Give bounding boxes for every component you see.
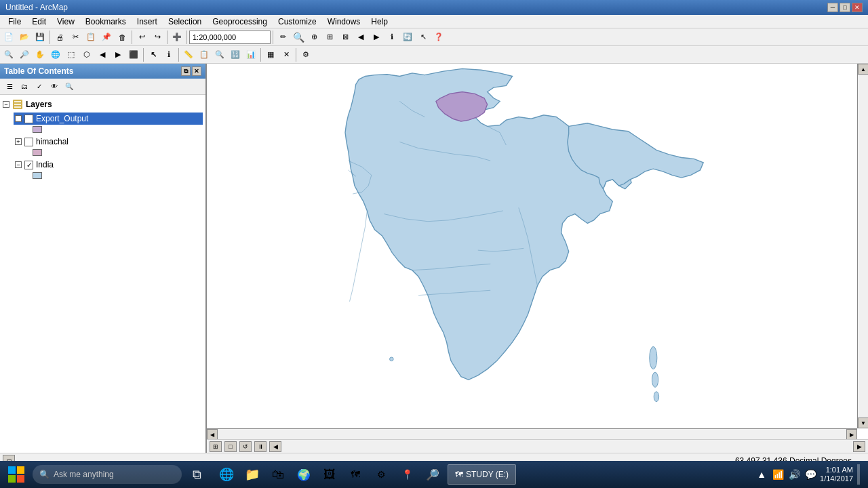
add-data-button[interactable]: ➕ xyxy=(170,30,184,45)
find-btn[interactable]: 🔍 xyxy=(212,47,227,62)
draw-forward[interactable]: ▶ xyxy=(111,47,125,62)
india-checkbox[interactable] xyxy=(24,161,33,169)
layer-himachal-row[interactable]: + himachal xyxy=(14,136,203,148)
scroll-h-track[interactable] xyxy=(218,429,846,439)
map-area[interactable]: ▲ ▼ ◀ ▶ xyxy=(207,64,868,439)
menu-view[interactable]: View xyxy=(52,15,80,28)
menu-edit[interactable]: Edit xyxy=(26,15,52,28)
toc-visibility-view[interactable]: 👁 xyxy=(47,81,61,93)
toc-source-view[interactable]: 🗂 xyxy=(18,81,31,93)
menu-insert[interactable]: Insert xyxy=(132,15,163,28)
field-calc-btn[interactable]: 🔢 xyxy=(228,47,243,62)
cut-button[interactable]: ✂ xyxy=(68,30,83,45)
map-scrollbar-vertical[interactable]: ▲ ▼ xyxy=(857,64,868,428)
layer-export-output-row[interactable]: − Export_Output xyxy=(14,113,203,125)
undo-button[interactable]: ↩ xyxy=(134,30,149,45)
measure-btn[interactable]: 📏 xyxy=(181,47,196,62)
settings-icon[interactable]: ⚙ xyxy=(369,462,393,487)
results-btn[interactable]: 📊 xyxy=(243,47,258,62)
scroll-down-btn[interactable]: ▼ xyxy=(858,418,868,428)
open-button[interactable]: 📂 xyxy=(17,30,32,45)
maps-icon[interactable]: 📍 xyxy=(395,462,419,487)
refresh-btn[interactable]: 🔄 xyxy=(400,30,415,45)
layer-india-row[interactable]: − India xyxy=(14,159,203,171)
himachal-checkbox[interactable] xyxy=(24,138,33,146)
layer-props-btn[interactable]: ⚙ xyxy=(298,47,313,62)
draw-zoom-in[interactable]: 🔍 xyxy=(1,47,16,62)
draw-info[interactable]: ℹ xyxy=(161,47,176,62)
taskbar-datetime[interactable]: 1:01 AM 1/14/2017 xyxy=(820,466,853,483)
select-features-btn[interactable]: ▦ xyxy=(263,47,278,62)
toc-close-btn[interactable]: ✕ xyxy=(192,66,201,76)
draw-globe[interactable]: 🌐 xyxy=(48,47,63,62)
search-app-icon[interactable]: 🔎 xyxy=(420,462,445,487)
network-icon[interactable]: 📶 xyxy=(771,468,785,481)
menu-customize[interactable]: Customize xyxy=(273,15,322,28)
toc-search-view[interactable]: 🔍 xyxy=(62,81,76,93)
scroll-right-btn[interactable]: ▶ xyxy=(846,429,857,439)
clear-select-btn[interactable]: ✕ xyxy=(279,47,294,62)
photos-icon[interactable]: 🖼 xyxy=(317,462,342,487)
redo-button[interactable]: ↪ xyxy=(150,30,165,45)
toc-select-view[interactable]: ✓ xyxy=(33,81,46,93)
edge-icon[interactable]: 🌐 xyxy=(214,462,239,487)
export-output-checkbox[interactable] xyxy=(24,115,33,123)
map-btn-3[interactable]: ↺ xyxy=(239,441,252,452)
editor-button[interactable]: ✏ xyxy=(275,30,290,45)
draw-back[interactable]: ◀ xyxy=(95,47,110,62)
notification-icon[interactable]: 💬 xyxy=(804,468,817,481)
menu-file[interactable]: File xyxy=(3,15,26,28)
volume-icon[interactable]: 🔊 xyxy=(787,468,801,481)
arcmap-taskbar-item[interactable]: 🗺 STUDY (E:) xyxy=(448,464,516,485)
arcgis-icon[interactable]: 🗺 xyxy=(343,462,368,487)
map-btn-2[interactable]: □ xyxy=(224,441,237,452)
zoom-layer-btn[interactable]: ⊞ xyxy=(322,30,337,45)
chrome-icon[interactable]: 🌍 xyxy=(292,462,316,487)
menu-selection[interactable]: Selection xyxy=(163,15,207,28)
map-scrollbar-horizontal[interactable]: ◀ ▶ xyxy=(207,428,857,439)
toc-list-view[interactable]: ☰ xyxy=(3,81,16,93)
maximize-button[interactable]: □ xyxy=(840,3,850,12)
zoom-back-btn[interactable]: ◀ xyxy=(353,30,368,45)
zoom-full-btn[interactable]: ⊕ xyxy=(307,30,321,45)
map-btn-1[interactable]: ⊞ xyxy=(210,441,222,452)
paste-button[interactable]: 📌 xyxy=(99,30,114,45)
file-explorer-icon[interactable]: 📁 xyxy=(240,462,264,487)
start-button[interactable] xyxy=(3,462,30,487)
show-desktop-btn[interactable] xyxy=(857,464,860,485)
export-expand-btn[interactable]: − xyxy=(15,115,22,122)
india-map-svg[interactable] xyxy=(207,64,868,439)
new-button[interactable]: 📄 xyxy=(1,30,16,45)
menu-geoprocessing[interactable]: Geoprocessing xyxy=(207,15,273,28)
save-button[interactable]: 💾 xyxy=(33,30,47,45)
copy-button[interactable]: 📋 xyxy=(83,30,98,45)
draw-pan[interactable]: ✋ xyxy=(33,47,47,62)
draw-select-rect[interactable]: ⬚ xyxy=(64,47,79,62)
taskbar-search-box[interactable]: 🔍 Ask me anything xyxy=(33,465,182,484)
close-button[interactable]: ✕ xyxy=(852,3,863,12)
zoom-selected-btn[interactable]: ⊠ xyxy=(338,30,353,45)
menu-windows[interactable]: Windows xyxy=(322,15,366,28)
taskview-button[interactable]: ⧉ xyxy=(184,462,209,487)
minimize-button[interactable]: ─ xyxy=(827,3,838,12)
draw-zoom-out[interactable]: 🔎 xyxy=(17,47,32,62)
delete-button[interactable]: 🗑 xyxy=(115,30,130,45)
layers-expand-btn[interactable]: − xyxy=(3,101,9,108)
scroll-up-btn[interactable]: ▲ xyxy=(858,64,868,75)
cursor-btn[interactable]: ↖ xyxy=(416,30,431,45)
zoom-in-btn[interactable]: 🔍 xyxy=(291,30,306,45)
table-btn[interactable]: 📋 xyxy=(197,47,212,62)
scale-input[interactable]: 1:20,000,000 xyxy=(189,30,271,44)
draw-select-poly[interactable]: ⬡ xyxy=(79,47,94,62)
map-btn-4[interactable]: ⏸ xyxy=(254,441,267,452)
identify-btn[interactable]: ℹ xyxy=(384,30,399,45)
map-btn-5[interactable]: ◀ xyxy=(269,441,281,452)
himachal-expand-btn[interactable]: + xyxy=(15,138,22,145)
help-btn[interactable]: ❓ xyxy=(431,30,446,45)
menu-help[interactable]: Help xyxy=(366,15,393,28)
zoom-fwd-btn[interactable]: ▶ xyxy=(369,30,384,45)
draw-cursor[interactable]: ↖ xyxy=(146,47,161,62)
scroll-v-track[interactable] xyxy=(858,75,868,418)
scroll-left-btn[interactable]: ◀ xyxy=(207,429,218,439)
india-expand-btn[interactable]: − xyxy=(15,161,22,168)
